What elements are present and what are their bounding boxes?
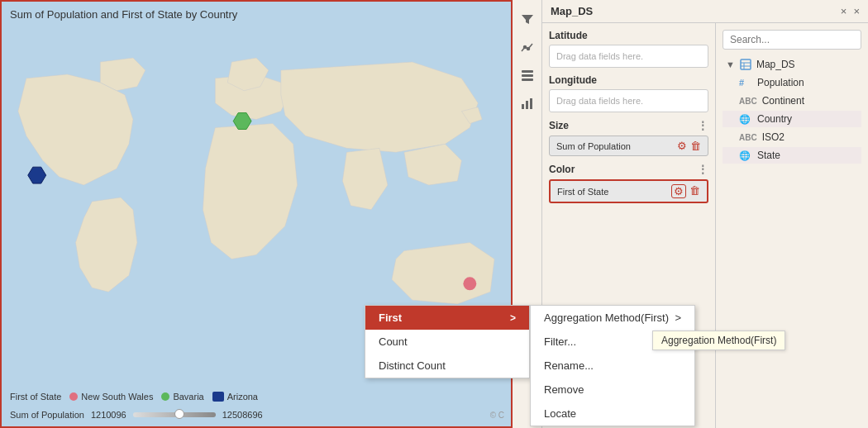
- fields-sidebar: ▼ Map_DS # Population ABC Continent: [716, 23, 868, 428]
- svg-rect-9: [522, 104, 524, 109]
- abc-icon-iso2: ABC: [739, 133, 757, 142]
- longitude-drop-zone[interactable]: Drag data fields here.: [549, 89, 708, 112]
- legend-label-bavaria: Bavaria: [173, 392, 203, 402]
- size-section: Size ⋮ Sum of Population ⚙ 🗑: [549, 119, 708, 156]
- ds-header: Map_DS × ×: [542, 0, 868, 23]
- svg-rect-7: [522, 74, 533, 77]
- svg-rect-6: [522, 70, 533, 73]
- field-name-state: State: [757, 150, 780, 161]
- ds-parent-item[interactable]: ▼ Map_DS: [723, 56, 861, 73]
- table-icon[interactable]: [516, 64, 539, 88]
- legend-item-nsw: New South Wales: [69, 392, 153, 402]
- svg-rect-12: [741, 59, 751, 69]
- map-legend: First of State New South Wales Bavaria A…: [10, 392, 258, 402]
- legend-title: First of State: [10, 392, 61, 402]
- ctx-remove[interactable]: Remove: [531, 378, 694, 402]
- slider-thumb[interactable]: [174, 409, 184, 419]
- ds-tree: ▼ Map_DS # Population ABC Continent: [723, 56, 861, 164]
- chart-title: Sum of Population and First of State by …: [10, 8, 237, 21]
- latitude-drop-zone[interactable]: Drag data fields here.: [549, 45, 708, 68]
- field-country[interactable]: 🌐 Country: [723, 111, 861, 127]
- size-pill[interactable]: Sum of Population ⚙ 🗑: [549, 136, 708, 156]
- search-input[interactable]: [723, 30, 861, 50]
- ctx-rename[interactable]: Rename...: [531, 354, 694, 378]
- slider-min: 1210096: [91, 410, 126, 420]
- size-settings-icon[interactable]: ⚙: [677, 140, 687, 152]
- ds-close-button[interactable]: ×: [853, 5, 860, 17]
- context-menu-primary: First > Count Distinct Count: [365, 305, 530, 378]
- svg-point-4: [523, 46, 526, 49]
- line-chart-icon[interactable]: [516, 36, 539, 59]
- field-iso2[interactable]: ABC ISO2: [723, 129, 861, 145]
- globe-icon-state: 🌐: [739, 150, 752, 161]
- ds-name: Map_DS: [756, 59, 795, 70]
- longitude-label: Longitude: [549, 74, 708, 86]
- table-ds-icon: [740, 59, 751, 70]
- slider-max: 12508696: [222, 410, 263, 420]
- svg-rect-11: [530, 98, 532, 109]
- legend-label-arizona: Arizona: [227, 392, 258, 402]
- legend-color-arizona: [212, 392, 224, 402]
- filter-icon[interactable]: [516, 8, 539, 31]
- color-settings-icon[interactable]: ⚙: [671, 184, 686, 198]
- abc-icon-continent: ABC: [739, 97, 757, 106]
- globe-icon-country: 🌐: [739, 114, 752, 125]
- bar-chart-icon[interactable]: [516, 93, 539, 116]
- color-menu-icon[interactable]: ⋮: [697, 163, 708, 176]
- ctx-item-distinct-count[interactable]: Distinct Count: [365, 354, 529, 378]
- ctx-aggregation[interactable]: Aggregation Method(First) >: [531, 306, 694, 330]
- svg-rect-10: [526, 101, 528, 109]
- ctx-agg-arrow: >: [675, 311, 681, 324]
- svg-rect-8: [522, 78, 533, 81]
- legend-color-nsw: [69, 392, 78, 401]
- field-state[interactable]: 🌐 State: [723, 147, 861, 164]
- tree-expand-icon: ▼: [726, 59, 735, 69]
- ds-pin-icon[interactable]: ×: [841, 5, 847, 17]
- color-pill[interactable]: First of State ⚙ 🗑: [549, 179, 708, 203]
- ctx-item-count[interactable]: Count: [365, 330, 529, 354]
- ctx-locate[interactable]: Locate: [531, 402, 694, 426]
- color-section: Color ⋮ First of State ⚙ 🗑: [549, 163, 708, 203]
- field-name-continent: Continent: [762, 95, 804, 107]
- color-label: Color ⋮: [549, 163, 708, 176]
- context-menu-secondary: Aggregation Method(First) > Filter... Re…: [530, 305, 695, 426]
- population-slider-row: Sum of Population 1210096 12508696: [10, 410, 263, 420]
- color-delete-icon[interactable]: 🗑: [689, 184, 700, 198]
- legend-color-bavaria: [161, 392, 169, 401]
- latitude-section: Latitude Drag data fields here.: [549, 30, 708, 68]
- legend-label-nsw: New South Wales: [81, 392, 153, 402]
- svg-point-3: [463, 277, 476, 290]
- size-menu-icon[interactable]: ⋮: [697, 119, 708, 132]
- aggregation-tooltip: Aggregation Method(First): [652, 331, 785, 350]
- svg-point-5: [527, 48, 529, 50]
- copyright: © C: [490, 411, 504, 420]
- longitude-section: Longitude Drag data fields here.: [549, 74, 708, 112]
- ds-title: Map_DS: [551, 5, 593, 17]
- population-slider[interactable]: [133, 412, 216, 417]
- size-label: Size ⋮: [549, 119, 708, 132]
- size-delete-icon[interactable]: 🗑: [690, 140, 701, 152]
- slider-label: Sum of Population: [10, 410, 84, 420]
- num-icon: #: [739, 78, 752, 88]
- field-population[interactable]: # Population: [723, 74, 861, 91]
- ctx-arrow-first: >: [510, 312, 516, 324]
- latitude-label: Latitude: [549, 30, 708, 41]
- field-continent[interactable]: ABC Continent: [723, 93, 861, 109]
- field-name-iso2: ISO2: [762, 131, 785, 143]
- legend-item-bavaria: Bavaria: [161, 392, 203, 402]
- legend-item-arizona: Arizona: [212, 392, 258, 402]
- field-name-country: Country: [757, 113, 792, 125]
- ctx-item-first[interactable]: First >: [365, 306, 529, 330]
- field-name-population: Population: [757, 77, 804, 88]
